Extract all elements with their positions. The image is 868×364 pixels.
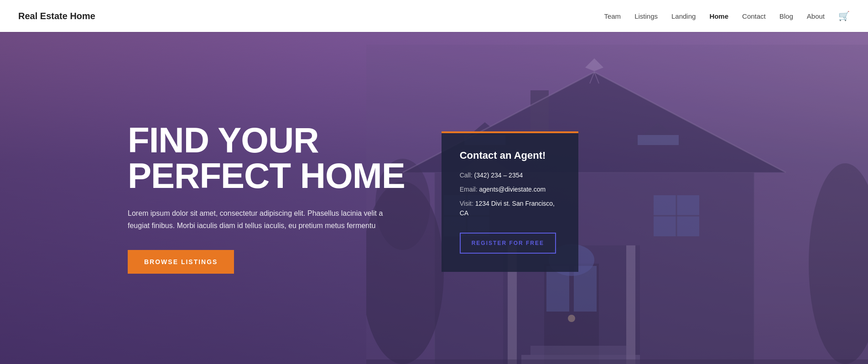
nav-item-landing[interactable]: Landing [671, 12, 696, 20]
nav-item-listings[interactable]: Listings [634, 12, 658, 20]
browse-listings-button[interactable]: BROWSE LISTINGS [128, 250, 234, 274]
hero-description: Lorem ipsum dolor sit amet, consectetur … [128, 207, 383, 232]
cart-icon[interactable]: 🛒 [838, 10, 850, 21]
svg-point-14 [568, 315, 575, 322]
hero-section: FIND YOUR PERFECT HOME Lorem ipsum dolor… [0, 32, 868, 364]
nav-item-home[interactable]: Home [709, 12, 728, 20]
hero-title: FIND YOUR PERFECT HOME [128, 122, 405, 193]
nav-item-team[interactable]: Team [604, 12, 621, 20]
svg-rect-25 [530, 346, 631, 355]
hero-text-block: FIND YOUR PERFECT HOME Lorem ipsum dolor… [128, 122, 405, 274]
contact-agent-card: Contact an Agent! Call: (342) 234 – 2354… [442, 131, 578, 272]
contact-phone: Call: (342) 234 – 2354 [460, 171, 560, 180]
nav-item-about[interactable]: About [807, 12, 825, 20]
register-free-button[interactable]: REGISTER FOR FREE [460, 233, 556, 254]
contact-visit: Visit: 1234 Divi st. San Francisco, CA [460, 199, 560, 218]
header: Real Estate Home Team Listings Landing H… [0, 0, 868, 32]
nav-item-blog[interactable]: Blog [780, 12, 793, 20]
site-logo[interactable]: Real Estate Home [18, 11, 95, 21]
hero-content: FIND YOUR PERFECT HOME Lorem ipsum dolor… [0, 122, 868, 274]
main-nav: Team Listings Landing Home Contact Blog … [604, 10, 850, 21]
svg-rect-29 [366, 359, 868, 364]
nav-item-contact[interactable]: Contact [742, 12, 766, 20]
contact-email: Email: agents@diviestate.com [460, 185, 560, 194]
contact-card-title: Contact an Agent! [460, 150, 560, 161]
